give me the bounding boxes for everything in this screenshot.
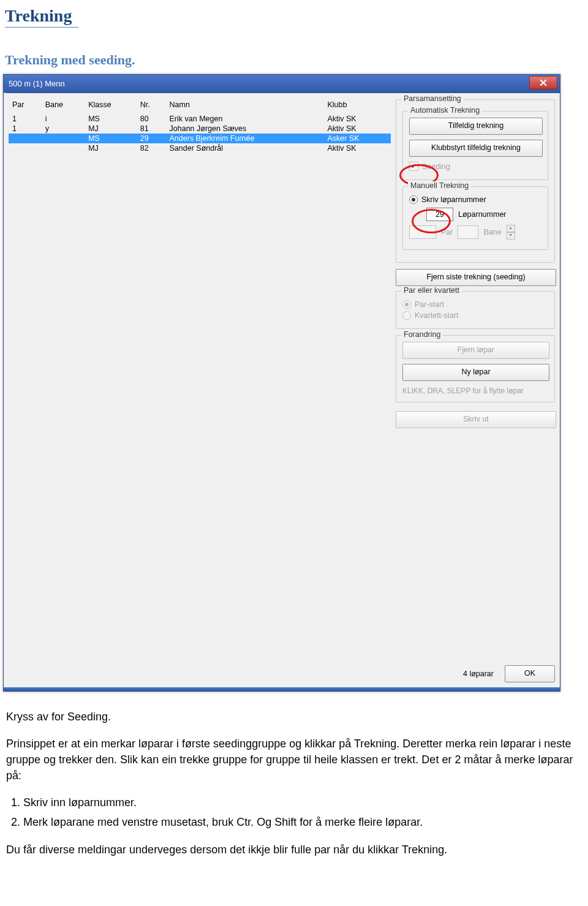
- cell-nr: 80: [137, 114, 166, 124]
- table-row[interactable]: MJ82Sander SøndrålAktiv SK: [9, 143, 391, 153]
- kvartett-start-radio: Kvartett-start: [402, 311, 548, 320]
- bane-input: [458, 225, 478, 239]
- window-title: 500 m (1) Menn: [9, 79, 65, 88]
- cell-nr: 82: [137, 143, 166, 153]
- cell-par: 1: [9, 124, 42, 134]
- close-button[interactable]: [529, 76, 557, 89]
- forandring-help-text: KLIKK, DRA, SLEPP for å flytte løpar: [402, 386, 548, 396]
- titlebar: 500 m (1) Menn: [4, 75, 560, 93]
- par-label: Par: [441, 228, 453, 236]
- par-start-radio: Par-start: [402, 300, 548, 309]
- col-nr: Nr.: [137, 99, 166, 114]
- cell-nr: 81: [137, 124, 166, 134]
- cell-par: [9, 143, 42, 153]
- cell-namn: Sander Søndrål: [166, 143, 324, 153]
- cell-klasse: MJ: [85, 143, 137, 153]
- cell-klasse: MS: [85, 114, 137, 124]
- col-namn: Namn: [166, 99, 324, 114]
- col-klubb: Klubb: [323, 99, 391, 114]
- body-p1: Kryss av for Seeding.: [6, 709, 581, 725]
- cell-bane: y: [42, 124, 85, 134]
- radio-indicator: [409, 195, 418, 204]
- bane-label: Bane: [483, 228, 501, 236]
- bane-spinner: ▲▼: [507, 225, 515, 240]
- lopar-count: 4 løparar: [463, 670, 494, 678]
- cell-namn: Johann Jørgen Sæves: [166, 124, 324, 134]
- manuell-legend: Manuell Trekning: [408, 181, 471, 190]
- forandring-group: Forandring Fjern løpar Ny løpar KLIKK, D…: [396, 335, 555, 402]
- cell-par: [9, 134, 42, 143]
- automatisk-legend: Automatisk Trekning: [408, 106, 482, 115]
- par-input: [409, 225, 436, 239]
- seeding-label: Seeding: [422, 162, 450, 171]
- skriv-ut-button: Skriv ut: [396, 411, 556, 428]
- cell-klubb: Aktiv SK: [323, 143, 391, 153]
- cell-namn: Anders Bjerkreim Furnée: [166, 134, 324, 143]
- doc-subtitle: Trekning med seeding.: [5, 52, 588, 68]
- skriv-loparnummer-radio[interactable]: Skriv løparnummer: [409, 195, 541, 204]
- manuell-trekning-group: Manuell Trekning Skriv løparnummer Løpar…: [402, 186, 548, 250]
- ok-button[interactable]: OK: [505, 665, 555, 682]
- loparnummer-label: Løparnummer: [458, 210, 507, 219]
- seeding-checkbox-row[interactable]: Seeding: [409, 162, 541, 171]
- loparnummer-input[interactable]: [426, 208, 453, 221]
- parsamansetting-group: Parsamansetting Automatisk Trekning Tilf…: [396, 99, 555, 263]
- skriv-loparnummer-label: Skriv løparnummer: [421, 195, 486, 204]
- par-start-label: Par-start: [415, 300, 444, 309]
- cell-namn: Erik van Megen: [166, 114, 324, 124]
- cell-klubb: Aktiv SK: [323, 124, 391, 134]
- col-klasse: Klasse: [85, 99, 137, 114]
- col-par: Par: [9, 99, 42, 114]
- cell-bane: [42, 134, 85, 143]
- radio-indicator: [402, 300, 411, 309]
- cell-bane: [42, 143, 85, 153]
- cell-par: 1: [9, 114, 42, 124]
- par-eller-legend: Par eller kvartett: [401, 286, 462, 295]
- body-li1: Skriv inn løparnummer.: [23, 795, 581, 810]
- fjern-lopar-button: Fjern løpar: [402, 342, 549, 359]
- seeding-checkbox[interactable]: [409, 162, 418, 171]
- cell-bane: i: [42, 114, 85, 124]
- kvartett-start-label: Kvartett-start: [415, 311, 459, 320]
- col-bane: Bane: [42, 99, 85, 114]
- window-bottom-border: [4, 687, 560, 691]
- ny-lopar-button[interactable]: Ny løpar: [402, 364, 549, 381]
- cell-klasse: MJ: [85, 124, 137, 134]
- forandring-legend: Forandring: [401, 330, 443, 339]
- radio-indicator: [402, 311, 411, 320]
- par-eller-kvartett-group: Par eller kvartett Par-start Kvartett-st…: [396, 291, 555, 329]
- close-icon: [540, 79, 547, 86]
- body-li2: Merk løparane med venstre musetast, bruk…: [23, 814, 581, 830]
- body-p3: Du får diverse meldingar underveges ders…: [6, 842, 581, 858]
- table-row[interactable]: 1yMJ81Johann Jørgen SævesAktiv SK: [9, 124, 391, 134]
- doc-title: Trekning: [5, 6, 78, 28]
- cell-klubb: Asker SK: [323, 134, 391, 143]
- runners-table[interactable]: Par Bane Klasse Nr. Namn Klubb 1iMS80Eri…: [9, 99, 391, 153]
- dialog-window: 500 m (1) Menn Par Bane Klasse Nr. Namn: [3, 74, 560, 692]
- table-row[interactable]: MS29Anders Bjerkreim FurnéeAsker SK: [9, 134, 391, 143]
- body-p2: Prinsippet er at ein merkar løparar i fø…: [6, 736, 581, 783]
- table-row[interactable]: 1iMS80Erik van MegenAktiv SK: [9, 114, 391, 124]
- cell-nr: 29: [137, 134, 166, 143]
- automatisk-trekning-group: Automatisk Trekning Tilfeldig trekning K…: [402, 111, 548, 180]
- fjern-siste-trekning-button[interactable]: Fjern siste trekning (seeding): [396, 269, 556, 286]
- parsamansetting-legend: Parsamansetting: [401, 94, 464, 103]
- klubbstyrt-trekning-button[interactable]: Klubbstyrt tilfeldig trekning: [409, 140, 543, 157]
- cell-klasse: MS: [85, 134, 137, 143]
- tilfeldig-trekning-button[interactable]: Tilfeldig trekning: [409, 118, 543, 135]
- cell-klubb: Aktiv SK: [323, 114, 391, 124]
